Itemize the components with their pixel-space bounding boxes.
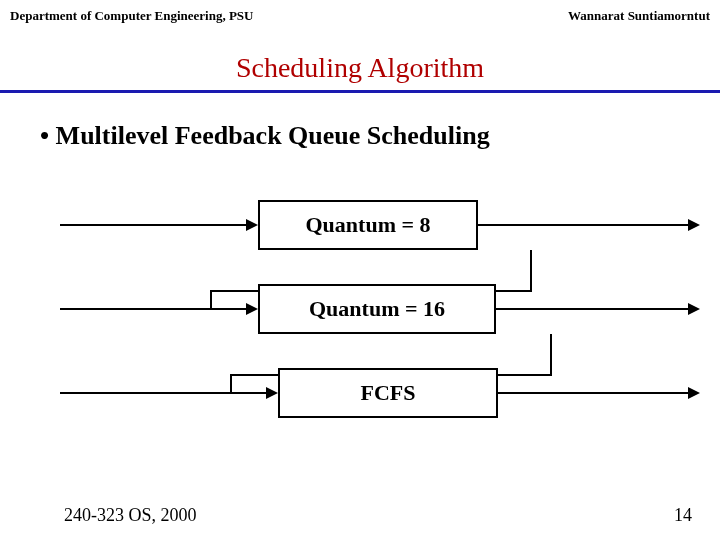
arrow-out-q2 [496, 308, 688, 310]
arrow-in-q2 [60, 308, 210, 310]
header-author: Wannarat Suntiamorntut [568, 8, 710, 24]
feedback-v-q1 [530, 250, 532, 290]
arrow-head-in-q1 [246, 219, 258, 231]
arrow-out-q1 [478, 224, 688, 226]
header-department: Department of Computer Engineering, PSU [10, 8, 254, 24]
queue-box-2: Quantum = 16 [258, 284, 496, 334]
arrow-head-out-q1 [688, 219, 700, 231]
feedback-into-q2 [210, 308, 246, 310]
arrow-head-into-q3 [266, 387, 278, 399]
mlfq-diagram: Quantum = 8 Quantum = 16 FCFS [0, 190, 720, 450]
slide-header: Department of Computer Engineering, PSU … [0, 0, 720, 24]
queue-box-3: FCFS [278, 368, 498, 418]
footer-page: 14 [674, 505, 692, 526]
arrow-head-out-q2 [688, 303, 700, 315]
arrow-head-into-q2 [246, 303, 258, 315]
bullet-heading: • Multilevel Feedback Queue Scheduling [0, 93, 720, 151]
feedback-v-q2 [550, 334, 552, 374]
title-area: Scheduling Algorithm [0, 52, 720, 84]
feedback-into-q3 [230, 392, 266, 394]
feedback-v2-q1 [210, 290, 212, 310]
arrow-in-q3 [60, 392, 230, 394]
slide-footer: 240-323 OS, 2000 14 [0, 505, 720, 526]
queue-label-3: FCFS [361, 380, 416, 406]
queue-box-1: Quantum = 8 [258, 200, 478, 250]
footer-course: 240-323 OS, 2000 [64, 505, 197, 526]
slide-title: Scheduling Algorithm [236, 52, 484, 84]
arrow-head-out-q3 [688, 387, 700, 399]
feedback-v2-q2 [230, 374, 232, 392]
queue-label-1: Quantum = 8 [305, 212, 430, 238]
arrow-out-q3 [498, 392, 688, 394]
arrow-in-q1 [60, 224, 246, 226]
queue-label-2: Quantum = 16 [309, 296, 445, 322]
